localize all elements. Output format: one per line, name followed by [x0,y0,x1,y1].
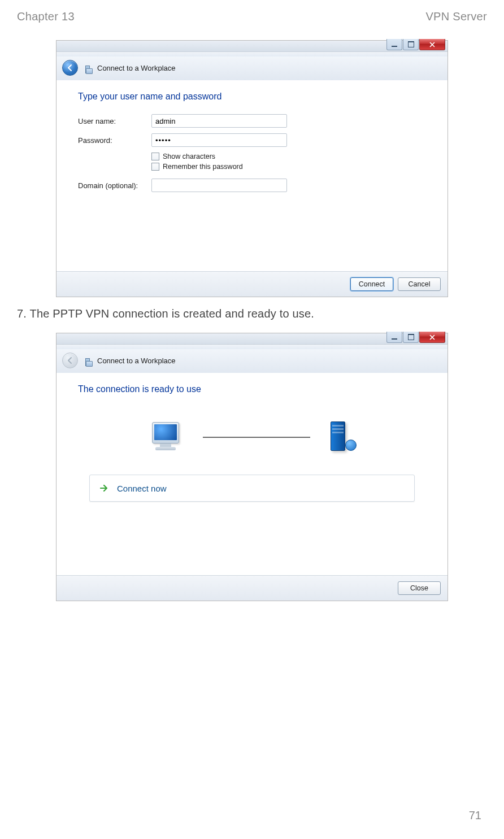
close-button[interactable] [419,332,445,343]
workplace-icon [82,62,93,73]
minimize-button[interactable] [386,39,402,50]
username-input[interactable] [151,114,287,128]
wizard-title: Connect to a Workplace [97,64,176,72]
password-label: Password: [78,136,151,145]
show-characters-checkbox[interactable] [151,153,159,160]
titlebar [57,333,447,345]
wizard-nav: Connect to a Workplace [57,56,447,80]
wizard-title: Connect to a Workplace [97,357,176,365]
wizard-footer: Close [57,575,447,601]
page-number: 71 [469,809,481,822]
connect-button[interactable]: Connect [350,277,393,291]
wizard-nav: Connect to a Workplace [57,349,447,373]
connection-line-icon [203,437,310,438]
remember-password-checkbox[interactable] [151,163,159,171]
server-icon [327,419,355,455]
close-button[interactable] [419,39,445,50]
remember-password-label: Remember this password [163,163,243,171]
show-characters-label: Show characters [163,153,215,160]
chapter-label: Chapter 13 [17,10,75,23]
cancel-button[interactable]: Cancel [398,277,441,291]
connection-illustration [78,407,426,475]
back-button[interactable] [62,60,78,76]
wizard-heading: The connection is ready to use [78,373,426,407]
wizard-footer: Connect Cancel [57,271,447,297]
domain-input[interactable] [151,179,287,192]
maximize-button[interactable] [403,332,419,343]
maximize-button[interactable] [403,39,419,50]
username-label: User name: [78,117,151,125]
step-caption: 7. The PPTP VPN connection is created an… [17,307,487,320]
arrow-right-icon [99,483,109,493]
wizard-heading: Type your user name and password [78,80,426,114]
domain-label: Domain (optional): [78,181,151,190]
connect-now-option[interactable]: Connect now [89,475,415,502]
wizard-window-credentials: Connect to a Workplace Type your user na… [56,40,448,297]
password-input[interactable] [151,133,287,147]
workplace-icon [82,355,93,366]
doc-header: Chapter 13 VPN Server [17,10,487,23]
close-button-footer[interactable]: Close [398,581,441,595]
back-button [62,353,78,368]
computer-icon [149,420,186,455]
minimize-button[interactable] [386,332,402,343]
titlebar [57,41,447,52]
connect-now-label: Connect now [117,484,167,493]
wizard-window-ready: Connect to a Workplace The connection is… [56,333,448,601]
doc-title: VPN Server [425,10,487,23]
